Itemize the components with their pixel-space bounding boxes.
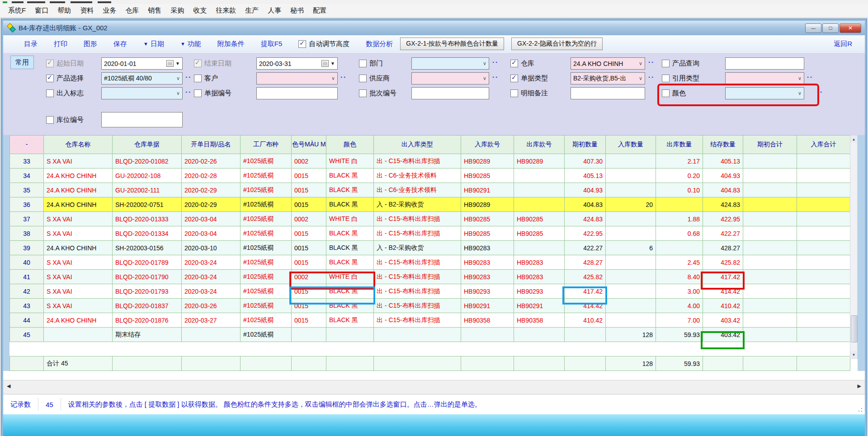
cell-fabric[interactable]: #1025紙襉 xyxy=(241,226,292,241)
cell-in_no[interactable]: HB90289 xyxy=(461,154,514,169)
resize-grip-icon[interactable] xyxy=(858,407,863,413)
end-date-checkbox[interactable] xyxy=(194,60,202,67)
cell-q_bal[interactable]: 404.93 xyxy=(703,169,743,183)
chevron-down-icon[interactable] xyxy=(798,75,802,81)
cell-q_begin[interactable]: 425.82 xyxy=(565,270,606,284)
cell-warehouse[interactable]: S XA VAI xyxy=(44,270,113,284)
cell-t_begin[interactable] xyxy=(743,241,797,255)
cell-q_begin[interactable]: 407.30 xyxy=(565,154,606,169)
cell-doc[interactable]: GU-202002-108 xyxy=(113,169,182,183)
col-header-color-code[interactable]: 色号MÀU MÃ xyxy=(292,136,326,154)
cell-q_out[interactable]: 3.00 xyxy=(656,284,703,299)
cell-q_out[interactable] xyxy=(656,197,703,212)
cell-color[interactable]: WHITE 白 xyxy=(326,270,374,284)
ellipsis-picker[interactable] xyxy=(340,73,347,81)
cell-q_begin[interactable]: 417.42 xyxy=(565,284,606,299)
cell-date[interactable]: 2020-03-04 xyxy=(182,212,241,226)
cell-q_bal[interactable]: 403.42 xyxy=(703,313,743,328)
cell-q_in[interactable] xyxy=(606,154,656,169)
ellipsis-picker[interactable] xyxy=(492,73,499,81)
color-dropdown[interactable] xyxy=(725,87,804,99)
chevron-down-icon[interactable] xyxy=(176,75,180,81)
cell-type[interactable]: 入 - B2-采购收货 xyxy=(374,241,461,255)
cell-type[interactable]: 出 - C6-业务技术领料 xyxy=(374,169,461,183)
cell-doc[interactable]: BLQD-2020-01333 xyxy=(113,212,182,226)
detail-note-input[interactable] xyxy=(571,87,645,99)
cell-type[interactable] xyxy=(374,328,461,342)
cell-type[interactable]: 出 - C15-布料出库扫描 xyxy=(374,270,461,284)
start-date-input[interactable]: 2020-01-01 xyxy=(101,57,183,70)
cell-fabric[interactable]: #1025紙襉 xyxy=(241,197,292,212)
maximize-icon[interactable] xyxy=(822,23,839,33)
cell-q_in[interactable]: 6 xyxy=(606,241,656,255)
cell-code[interactable]: 0015 xyxy=(292,299,326,313)
cell-doc[interactable]: 期末结存 xyxy=(113,328,182,342)
cell-t_begin[interactable] xyxy=(743,328,797,342)
cell-q_begin[interactable]: 422.27 xyxy=(565,241,606,255)
chevron-down-icon[interactable] xyxy=(483,61,486,66)
chevron-down-icon[interactable] xyxy=(176,90,180,96)
ellipsis-picker[interactable] xyxy=(807,73,813,81)
menu-item[interactable]: 往来款 xyxy=(211,6,241,15)
cell-doc[interactable]: SH-202003-0156 xyxy=(113,241,182,255)
table-row[interactable]: 33S XA VAIBLQD-2020-010822020-02-26#1025… xyxy=(10,154,850,169)
col-header-warehouse[interactable]: 仓库名称 xyxy=(44,136,113,154)
cell-q_out[interactable]: 0.68 xyxy=(656,226,703,241)
cell-out_no[interactable]: HB90285 xyxy=(514,226,565,241)
cell-q_begin[interactable]: 428.27 xyxy=(565,255,606,270)
cell-doc[interactable]: BLQD-2020-01334 xyxy=(113,226,182,241)
data-analysis-button[interactable]: 数据分析 xyxy=(366,40,393,48)
cell-q_out[interactable]: 59.93 xyxy=(656,328,703,342)
toolbar-button[interactable]: 附加条件 xyxy=(217,40,245,48)
cell-q_bal[interactable]: 405.13 xyxy=(703,154,743,169)
cell-q_out[interactable]: 2.45 xyxy=(656,255,703,270)
batch-no-input[interactable] xyxy=(411,87,489,99)
cell-t_in[interactable] xyxy=(797,169,850,183)
cell-warehouse[interactable]: S XA VAI xyxy=(44,284,113,299)
cell-color[interactable]: BLACK 黑 xyxy=(326,299,374,313)
chevron-down-icon[interactable] xyxy=(331,75,335,81)
cell-num[interactable]: 44 xyxy=(10,313,44,328)
product-query-input[interactable] xyxy=(725,57,804,70)
location-no-checkbox[interactable] xyxy=(46,116,54,124)
cell-type[interactable]: 入 - B2-采购收货 xyxy=(374,197,461,212)
cell-out_no[interactable]: HB90291 xyxy=(514,299,565,313)
cell-type[interactable]: 出 - C15-布料出库扫描 xyxy=(374,226,461,241)
cell-color[interactable]: BLACK 黑 xyxy=(326,197,374,212)
cell-t_begin[interactable] xyxy=(743,226,797,241)
cell-type[interactable]: 出 - C15-布料出库扫描 xyxy=(374,255,461,270)
location-no-input[interactable] xyxy=(101,112,183,127)
cell-q_begin[interactable]: 405.13 xyxy=(565,169,606,183)
cell-doc[interactable]: BLQD-2020-01837 xyxy=(113,299,182,313)
table-row[interactable]: 4424.A KHO CHINHBLQD-2020-018762020-03-2… xyxy=(10,313,850,328)
col-header-fabric[interactable]: 工厂布种 xyxy=(241,136,292,154)
supplier-checkbox[interactable] xyxy=(359,75,367,82)
doc-type-checkbox[interactable] xyxy=(510,75,518,82)
cell-t_in[interactable] xyxy=(797,313,850,328)
cell-t_in[interactable] xyxy=(797,255,850,270)
cell-fabric[interactable]: #1025紙襉 xyxy=(241,241,292,255)
menu-item[interactable]: 采购 xyxy=(166,6,189,15)
cell-t_begin[interactable] xyxy=(743,169,797,183)
cell-date[interactable]: 2020-02-28 xyxy=(182,169,241,183)
ref-type-checkbox[interactable] xyxy=(662,75,670,82)
cell-color[interactable]: BLACK 黑 xyxy=(326,313,374,328)
cell-q_begin[interactable]: 404.93 xyxy=(565,183,606,197)
menu-item[interactable]: 仓库 xyxy=(121,6,143,15)
chevron-down-icon[interactable] xyxy=(798,90,802,96)
cell-out_no[interactable] xyxy=(514,197,565,212)
gx21-button[interactable]: GX-2-1-按款号布种颜色合计数量 xyxy=(400,38,504,50)
cell-in_no[interactable]: HB90285 xyxy=(461,212,514,226)
menu-item[interactable]: 资料 xyxy=(75,6,98,15)
cell-code[interactable]: 0015 xyxy=(292,226,326,241)
table-row[interactable]: 3924.A KHO CHINHSH-202003-01562020-03-10… xyxy=(10,241,850,255)
inout-flag-checkbox[interactable] xyxy=(46,89,54,97)
col-header-in-total[interactable]: 入库合计 xyxy=(797,136,850,154)
toolbar-button[interactable]: 打印 xyxy=(54,40,67,48)
table-row[interactable]: 3424.A KHO CHINHGU-202002-1082020-02-28#… xyxy=(10,169,850,183)
col-header-begin-total[interactable]: 期初合计 xyxy=(743,136,797,154)
cell-t_in[interactable] xyxy=(797,328,850,342)
return-button[interactable]: 返回R xyxy=(834,40,852,48)
col-header-date[interactable]: 开单日期/品名 xyxy=(182,136,241,154)
doc-type-dropdown[interactable]: B2-采购收货,B5-出 xyxy=(571,72,645,84)
